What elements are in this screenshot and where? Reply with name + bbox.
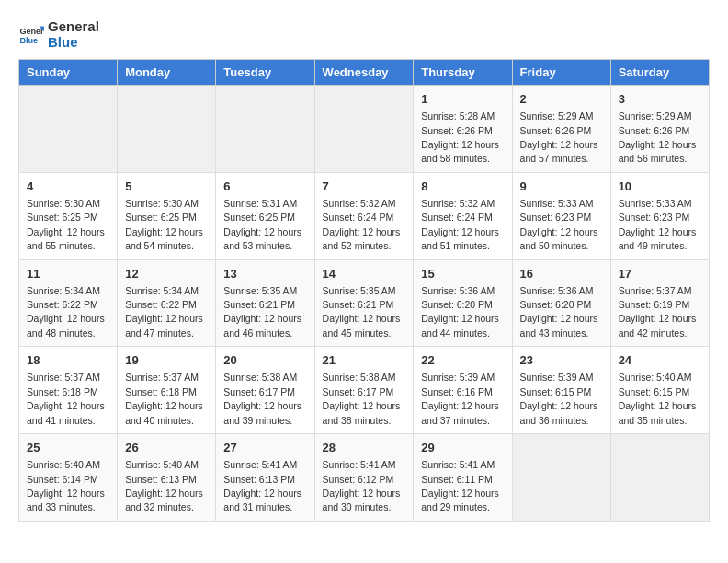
day-number: 12 xyxy=(125,266,208,282)
calendar-cell: 25Sunrise: 5:40 AM Sunset: 6:14 PM Dayli… xyxy=(19,434,118,522)
calendar-week-4: 18Sunrise: 5:37 AM Sunset: 6:18 PM Dayli… xyxy=(19,347,710,434)
calendar-cell: 11Sunrise: 5:34 AM Sunset: 6:22 PM Dayli… xyxy=(19,259,118,347)
calendar-cell: 28Sunrise: 5:41 AM Sunset: 6:12 PM Dayli… xyxy=(314,434,414,522)
day-info: Sunrise: 5:40 AM Sunset: 6:13 PM Dayligh… xyxy=(125,459,203,512)
day-number: 29 xyxy=(421,440,504,456)
day-number: 2 xyxy=(520,91,603,108)
calendar-cell: 21Sunrise: 5:38 AM Sunset: 6:17 PM Dayli… xyxy=(314,347,414,434)
calendar-cell: 22Sunrise: 5:39 AM Sunset: 6:16 PM Dayli… xyxy=(414,347,512,434)
calendar-week-1: 1Sunrise: 5:28 AM Sunset: 6:26 PM Daylig… xyxy=(19,86,710,173)
calendar-cell xyxy=(512,434,610,522)
day-info: Sunrise: 5:38 AM Sunset: 6:17 PM Dayligh… xyxy=(223,372,301,425)
calendar-cell xyxy=(118,86,216,173)
day-number: 27 xyxy=(223,440,306,456)
calendar-cell: 3Sunrise: 5:29 AM Sunset: 6:26 PM Daylig… xyxy=(610,86,709,173)
day-info: Sunrise: 5:35 AM Sunset: 6:21 PM Dayligh… xyxy=(323,285,401,339)
calendar-cell: 17Sunrise: 5:37 AM Sunset: 6:19 PM Dayli… xyxy=(610,259,709,347)
calendar-week-5: 25Sunrise: 5:40 AM Sunset: 6:14 PM Dayli… xyxy=(19,434,710,522)
calendar-header-row: SundayMondayTuesdayWednesdayThursdayFrid… xyxy=(19,60,710,86)
day-info: Sunrise: 5:32 AM Sunset: 6:24 PM Dayligh… xyxy=(421,198,499,251)
calendar-cell: 2Sunrise: 5:29 AM Sunset: 6:26 PM Daylig… xyxy=(512,86,610,173)
day-number: 18 xyxy=(27,352,109,369)
day-info: Sunrise: 5:34 AM Sunset: 6:22 PM Dayligh… xyxy=(125,285,203,339)
day-header-thursday: Thursday xyxy=(414,60,512,86)
day-info: Sunrise: 5:37 AM Sunset: 6:18 PM Dayligh… xyxy=(27,372,105,425)
calendar-cell: 18Sunrise: 5:37 AM Sunset: 6:18 PM Dayli… xyxy=(19,347,118,434)
calendar-cell: 6Sunrise: 5:31 AM Sunset: 6:25 PM Daylig… xyxy=(216,172,314,259)
calendar-cell: 8Sunrise: 5:32 AM Sunset: 6:24 PM Daylig… xyxy=(414,172,512,259)
day-info: Sunrise: 5:41 AM Sunset: 6:12 PM Dayligh… xyxy=(323,459,401,512)
calendar-cell: 7Sunrise: 5:32 AM Sunset: 6:24 PM Daylig… xyxy=(314,172,414,259)
header: General Blue General Blue xyxy=(18,18,710,50)
day-number: 26 xyxy=(125,440,208,456)
calendar-cell: 15Sunrise: 5:36 AM Sunset: 6:20 PM Dayli… xyxy=(414,259,512,347)
day-info: Sunrise: 5:39 AM Sunset: 6:16 PM Dayligh… xyxy=(421,372,499,425)
day-number: 4 xyxy=(27,178,109,195)
calendar-cell xyxy=(216,86,314,173)
day-number: 21 xyxy=(323,352,406,369)
svg-text:Blue: Blue xyxy=(19,36,38,45)
calendar-cell: 12Sunrise: 5:34 AM Sunset: 6:22 PM Dayli… xyxy=(118,259,216,347)
day-info: Sunrise: 5:28 AM Sunset: 6:26 PM Dayligh… xyxy=(421,110,499,164)
calendar-table: SundayMondayTuesdayWednesdayThursdayFrid… xyxy=(18,59,710,522)
day-info: Sunrise: 5:38 AM Sunset: 6:17 PM Dayligh… xyxy=(323,372,401,425)
day-info: Sunrise: 5:40 AM Sunset: 6:14 PM Dayligh… xyxy=(27,459,105,512)
day-info: Sunrise: 5:39 AM Sunset: 6:15 PM Dayligh… xyxy=(520,372,598,425)
day-number: 20 xyxy=(223,352,306,369)
calendar-cell: 20Sunrise: 5:38 AM Sunset: 6:17 PM Dayli… xyxy=(216,347,314,434)
day-number: 14 xyxy=(323,266,406,282)
day-header-tuesday: Tuesday xyxy=(216,60,314,86)
svg-text:General: General xyxy=(19,27,44,36)
day-number: 8 xyxy=(421,178,504,195)
calendar-cell: 13Sunrise: 5:35 AM Sunset: 6:21 PM Dayli… xyxy=(216,259,314,347)
day-info: Sunrise: 5:36 AM Sunset: 6:20 PM Dayligh… xyxy=(520,285,598,339)
day-header-saturday: Saturday xyxy=(610,60,709,86)
day-info: Sunrise: 5:30 AM Sunset: 6:25 PM Dayligh… xyxy=(125,198,203,251)
calendar-cell: 9Sunrise: 5:33 AM Sunset: 6:23 PM Daylig… xyxy=(512,172,610,259)
day-number: 3 xyxy=(619,91,701,108)
day-info: Sunrise: 5:29 AM Sunset: 6:26 PM Dayligh… xyxy=(619,110,697,164)
day-number: 17 xyxy=(619,266,701,282)
day-info: Sunrise: 5:35 AM Sunset: 6:21 PM Dayligh… xyxy=(223,285,301,339)
day-number: 10 xyxy=(619,178,701,195)
day-number: 9 xyxy=(520,178,603,195)
calendar-cell: 24Sunrise: 5:40 AM Sunset: 6:15 PM Dayli… xyxy=(610,347,709,434)
day-header-friday: Friday xyxy=(512,60,610,86)
calendar-cell: 10Sunrise: 5:33 AM Sunset: 6:23 PM Dayli… xyxy=(610,172,709,259)
day-number: 13 xyxy=(223,266,306,282)
day-number: 19 xyxy=(125,352,208,369)
day-number: 22 xyxy=(421,352,504,369)
calendar-cell: 5Sunrise: 5:30 AM Sunset: 6:25 PM Daylig… xyxy=(118,172,216,259)
day-info: Sunrise: 5:33 AM Sunset: 6:23 PM Dayligh… xyxy=(520,198,598,251)
day-number: 28 xyxy=(323,440,406,456)
calendar-cell: 27Sunrise: 5:41 AM Sunset: 6:13 PM Dayli… xyxy=(216,434,314,522)
day-info: Sunrise: 5:41 AM Sunset: 6:11 PM Dayligh… xyxy=(421,459,499,512)
calendar-week-2: 4Sunrise: 5:30 AM Sunset: 6:25 PM Daylig… xyxy=(19,172,710,259)
day-number: 16 xyxy=(520,266,603,282)
calendar-cell: 29Sunrise: 5:41 AM Sunset: 6:11 PM Dayli… xyxy=(414,434,512,522)
day-number: 15 xyxy=(421,266,504,282)
day-number: 25 xyxy=(27,440,109,456)
day-info: Sunrise: 5:36 AM Sunset: 6:20 PM Dayligh… xyxy=(421,285,499,339)
day-number: 11 xyxy=(27,266,109,282)
day-header-monday: Monday xyxy=(118,60,216,86)
day-number: 7 xyxy=(323,178,406,195)
day-info: Sunrise: 5:32 AM Sunset: 6:24 PM Dayligh… xyxy=(323,198,401,251)
calendar-cell xyxy=(314,86,414,173)
day-info: Sunrise: 5:31 AM Sunset: 6:25 PM Dayligh… xyxy=(223,198,301,251)
day-info: Sunrise: 5:34 AM Sunset: 6:22 PM Dayligh… xyxy=(27,285,105,339)
calendar-week-3: 11Sunrise: 5:34 AM Sunset: 6:22 PM Dayli… xyxy=(19,259,710,347)
day-number: 5 xyxy=(125,178,208,195)
logo: General Blue General Blue xyxy=(18,18,99,50)
calendar-cell: 14Sunrise: 5:35 AM Sunset: 6:21 PM Dayli… xyxy=(314,259,414,347)
day-number: 1 xyxy=(421,91,504,108)
calendar-cell xyxy=(19,86,118,173)
day-info: Sunrise: 5:40 AM Sunset: 6:15 PM Dayligh… xyxy=(619,372,697,425)
logo-icon: General Blue xyxy=(18,21,44,47)
day-header-sunday: Sunday xyxy=(19,60,118,86)
calendar-cell: 23Sunrise: 5:39 AM Sunset: 6:15 PM Dayli… xyxy=(512,347,610,434)
calendar-cell: 1Sunrise: 5:28 AM Sunset: 6:26 PM Daylig… xyxy=(414,86,512,173)
day-info: Sunrise: 5:41 AM Sunset: 6:13 PM Dayligh… xyxy=(223,459,301,512)
day-number: 23 xyxy=(520,352,603,369)
day-header-wednesday: Wednesday xyxy=(314,60,414,86)
